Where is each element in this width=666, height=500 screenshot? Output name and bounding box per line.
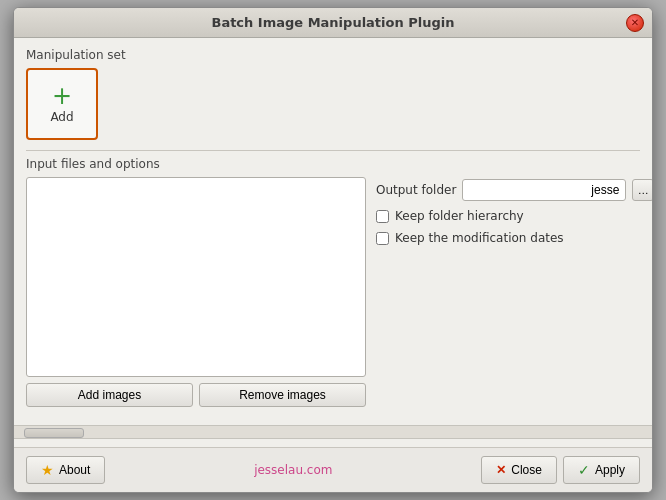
file-list-area: Add images Remove images bbox=[26, 177, 366, 407]
manipulation-set-section: Manipulation set + Add bbox=[26, 48, 640, 140]
star-icon: ★ bbox=[41, 462, 54, 478]
options-area: Output folder … Keep folder hierarchy Ke… bbox=[376, 177, 653, 407]
scrollbar-area bbox=[14, 425, 652, 439]
manipulation-set-label: Manipulation set bbox=[26, 48, 640, 62]
main-area: Add images Remove images Output folder …… bbox=[26, 177, 640, 407]
main-window: Batch Image Manipulation Plugin ✕ Manipu… bbox=[13, 7, 653, 493]
add-label: Add bbox=[50, 110, 73, 124]
output-folder-input[interactable] bbox=[462, 179, 626, 201]
close-label: Close bbox=[511, 463, 542, 477]
keep-dates-label: Keep the modification dates bbox=[395, 231, 564, 245]
window-title: Batch Image Manipulation Plugin bbox=[40, 15, 626, 30]
keep-hierarchy-label: Keep folder hierarchy bbox=[395, 209, 524, 223]
add-manipulation-button[interactable]: + Add bbox=[26, 68, 98, 140]
checkmark-icon: ✓ bbox=[578, 462, 590, 478]
plus-icon: + bbox=[52, 84, 72, 108]
add-images-button[interactable]: Add images bbox=[26, 383, 193, 407]
browse-folder-button[interactable]: … bbox=[632, 179, 653, 201]
keep-hierarchy-row: Keep folder hierarchy bbox=[376, 209, 653, 223]
close-button[interactable]: ✕ Close bbox=[481, 456, 557, 484]
input-section-label: Input files and options bbox=[26, 157, 640, 171]
titlebar: Batch Image Manipulation Plugin ✕ bbox=[14, 8, 652, 38]
keep-hierarchy-checkbox[interactable] bbox=[376, 210, 389, 223]
main-content: Manipulation set + Add Input files and o… bbox=[14, 38, 652, 417]
output-folder-row: Output folder … bbox=[376, 179, 653, 201]
file-list bbox=[26, 177, 366, 377]
apply-label: Apply bbox=[595, 463, 625, 477]
x-icon: ✕ bbox=[496, 463, 506, 477]
keep-dates-row: Keep the modification dates bbox=[376, 231, 653, 245]
apply-button[interactable]: ✓ Apply bbox=[563, 456, 640, 484]
output-folder-label: Output folder bbox=[376, 183, 456, 197]
file-btn-row: Add images Remove images bbox=[26, 383, 366, 407]
close-icon: ✕ bbox=[631, 17, 639, 28]
action-buttons: ✕ Close ✓ Apply bbox=[481, 456, 640, 484]
about-label: About bbox=[59, 463, 90, 477]
bottom-bar: ★ About jesselau.com ✕ Close ✓ Apply bbox=[14, 447, 652, 492]
divider-1 bbox=[26, 150, 640, 151]
keep-dates-checkbox[interactable] bbox=[376, 232, 389, 245]
watermark: jesselau.com bbox=[254, 463, 332, 477]
about-button[interactable]: ★ About bbox=[26, 456, 105, 484]
remove-images-button[interactable]: Remove images bbox=[199, 383, 366, 407]
scrollbar-thumb[interactable] bbox=[24, 428, 84, 438]
window-close-button[interactable]: ✕ bbox=[626, 14, 644, 32]
